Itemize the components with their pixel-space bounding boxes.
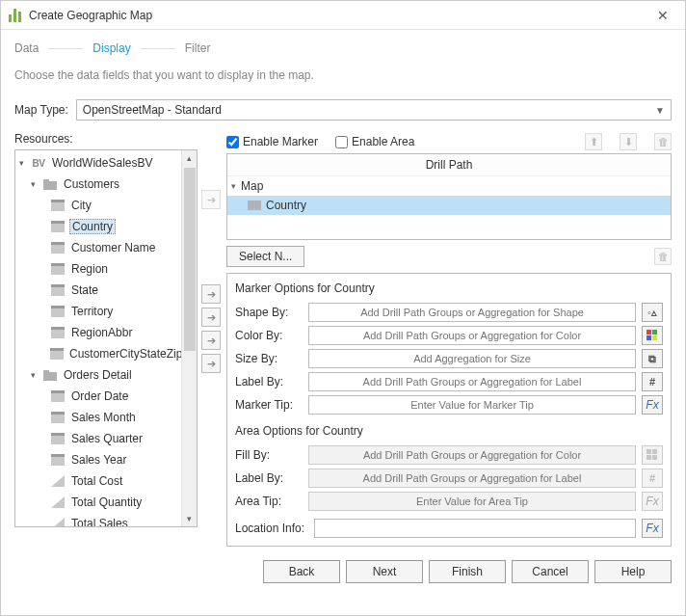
enable-marker-input[interactable]	[226, 136, 239, 148]
finish-button[interactable]: Finish	[429, 560, 506, 583]
drill-path-header: Drill Path	[227, 154, 671, 176]
step-data[interactable]: Data	[14, 41, 39, 55]
tree-item[interactable]: Customer Name	[69, 241, 157, 254]
resources-tree[interactable]: ▾ BV WorldWideSalesBV ▾ Customers City C…	[15, 150, 181, 526]
svg-rect-23	[51, 412, 65, 415]
tree-scrollbar[interactable]: ▴ ▾	[181, 150, 197, 526]
marker-tip-input[interactable]: Enter Value for Marker Tip	[308, 395, 636, 415]
svg-rect-39	[652, 455, 657, 460]
scroll-down-icon[interactable]: ▾	[182, 511, 197, 526]
add-to-shape-button[interactable]: ➔	[201, 284, 221, 304]
tree-item[interactable]: CustomerCityStateZip	[67, 347, 181, 361]
scroll-up-icon[interactable]: ▴	[182, 150, 197, 166]
field-icon	[50, 411, 66, 424]
svg-marker-30	[51, 518, 65, 526]
svg-rect-3	[51, 200, 65, 202]
tree-root[interactable]: WorldWideSalesBV	[50, 156, 154, 170]
color-picker-button[interactable]	[642, 326, 663, 345]
delete-drill-button[interactable]: 🗑	[654, 248, 672, 265]
expander-icon[interactable]: ▾	[31, 370, 40, 380]
field-icon	[50, 220, 66, 233]
next-button[interactable]: Next	[346, 560, 423, 583]
tree-item-selected[interactable]: Country	[69, 219, 116, 234]
field-icon	[50, 199, 66, 212]
scroll-thumb[interactable]	[184, 168, 196, 351]
move-down-button[interactable]: ⬇	[620, 133, 637, 150]
field-icon	[50, 347, 64, 361]
location-info-fx-button[interactable]: Fx	[642, 519, 663, 538]
field-icon	[50, 283, 66, 297]
label-by-input[interactable]: Add Drill Path Groups or Aggregation for…	[308, 372, 636, 391]
tree-item[interactable]: Total Sales	[69, 517, 130, 526]
expander-icon[interactable]: ▾	[31, 179, 40, 189]
svg-rect-19	[43, 370, 49, 373]
svg-rect-15	[51, 327, 65, 330]
tree-item[interactable]: Total Quantity	[69, 495, 144, 509]
add-to-label-button[interactable]: ➔	[201, 354, 221, 373]
tree-item[interactable]: Sales Year	[69, 453, 128, 467]
svg-rect-25	[51, 433, 65, 436]
svg-rect-7	[51, 242, 65, 245]
shape-by-label: Shape By:	[235, 306, 303, 319]
step-filter[interactable]: Filter	[185, 41, 211, 55]
area-label-by-label: Label By:	[235, 471, 303, 485]
numeric-field-icon	[50, 474, 66, 488]
tree-item[interactable]: Total Cost	[69, 474, 124, 488]
svg-marker-28	[51, 475, 65, 487]
map-type-select[interactable]: OpenStreetMap - Standard ▼	[76, 99, 672, 121]
step-separator	[141, 48, 175, 49]
enable-area-input[interactable]	[335, 136, 348, 148]
svg-rect-37	[652, 449, 657, 454]
field-icon	[50, 453, 66, 467]
color-by-input[interactable]: Add Drill Path Groups or Aggregation for…	[308, 326, 636, 345]
tree-item[interactable]: Sales Quarter	[69, 432, 145, 445]
add-to-color-button[interactable]: ➔	[201, 308, 221, 327]
svg-rect-9	[51, 263, 65, 266]
tree-item[interactable]: Order Date	[69, 389, 130, 403]
fill-by-input: Add Drill Path Groups or Aggregation for…	[308, 445, 636, 465]
move-up-button[interactable]: ⬆	[585, 133, 602, 150]
tree-item[interactable]: RegionAbbr	[69, 326, 134, 339]
expander-icon[interactable]: ▾	[231, 181, 241, 191]
drill-root[interactable]: Map	[241, 179, 263, 193]
area-tip-label: Area Tip:	[235, 495, 303, 508]
svg-rect-36	[646, 449, 651, 454]
shape-picker-button[interactable]: ◦▵	[642, 303, 663, 322]
tree-item[interactable]: Territory	[69, 305, 115, 318]
chevron-down-icon: ▼	[655, 105, 665, 116]
shape-by-input[interactable]: Add Drill Path Groups or Aggregation for…	[308, 303, 636, 322]
drill-path-list[interactable]: Drill Path ▾ Map Country	[226, 153, 672, 240]
svg-rect-33	[652, 330, 657, 335]
enable-marker-checkbox[interactable]: Enable Marker	[226, 135, 318, 148]
svg-rect-21	[51, 390, 65, 393]
svg-rect-32	[646, 330, 651, 335]
tree-item[interactable]: City	[69, 199, 93, 212]
expander-icon[interactable]: ▾	[19, 158, 29, 168]
size-by-input[interactable]: Add Aggregation for Size	[308, 349, 636, 368]
location-info-input[interactable]	[314, 519, 636, 538]
svg-rect-11	[51, 284, 65, 287]
enable-area-label: Enable Area	[352, 135, 414, 148]
folder-icon	[42, 177, 58, 191]
tree-item[interactable]: Region	[69, 262, 110, 276]
add-to-size-button[interactable]: ➔	[201, 331, 221, 350]
select-n-button[interactable]: Select N...	[226, 246, 304, 267]
field-icon	[50, 326, 66, 339]
cancel-button[interactable]: Cancel	[512, 560, 589, 583]
label-format-button[interactable]: #	[642, 372, 663, 391]
marker-tip-fx-button[interactable]: Fx	[642, 395, 663, 415]
help-button[interactable]: Help	[594, 560, 672, 583]
step-display[interactable]: Display	[92, 41, 130, 55]
drill-item-country[interactable]: Country	[266, 199, 306, 212]
add-to-drill-button[interactable]: ➔	[201, 190, 221, 209]
tree-group-orders[interactable]: Orders Detail	[62, 368, 134, 382]
back-button[interactable]: Back	[263, 560, 340, 583]
enable-area-checkbox[interactable]: Enable Area	[335, 135, 414, 148]
tree-item[interactable]: State	[69, 283, 100, 297]
delete-button[interactable]: 🗑	[654, 133, 672, 150]
close-button[interactable]: ✕	[648, 1, 677, 30]
size-picker-button[interactable]: ⧉	[642, 349, 663, 368]
tree-group-customers[interactable]: Customers	[62, 177, 121, 191]
area-tip-input: Enter Value for Area Tip	[308, 492, 636, 511]
tree-item[interactable]: Sales Month	[69, 411, 138, 424]
